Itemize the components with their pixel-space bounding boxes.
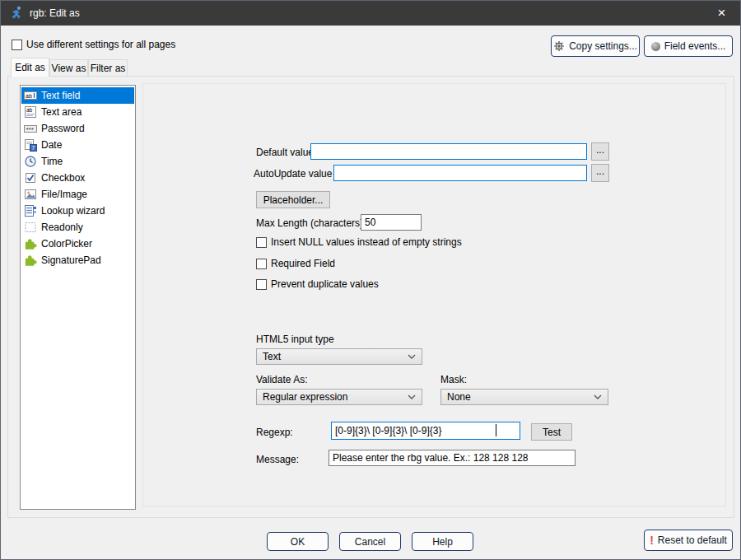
sidebar-item-date[interactable]: 7 Date [21,137,134,153]
prevent-duplicates-label: Prevent duplicate values [271,278,379,290]
insert-null-label: Insert NULL values instead of empty stri… [271,236,462,248]
gear-icon [553,40,565,52]
test-button-label: Test [543,427,561,438]
html5-input-type-select[interactable]: Text [256,348,422,365]
message-label: Message: [256,454,299,465]
cancel-button[interactable]: Cancel [339,532,401,551]
readonly-icon [24,221,37,234]
prevent-duplicates-checkbox[interactable] [256,279,267,290]
placeholder-button-label: Placeholder... [263,194,324,206]
sidebar-item-file-image[interactable]: File/Image [21,186,134,203]
max-length-input[interactable] [361,214,422,231]
field-properties-dialog: rgb: Edit as × Use different settings fo… [0,0,741,560]
ellipsis-icon: ... [596,144,604,156]
help-button-label: Help [432,536,453,548]
sidebar-item-label: Text field [41,90,80,101]
sidebar-item-text-area[interactable]: ab Text area [21,104,134,120]
text-field-icon: ab [24,89,37,102]
tab-filter-as-label: Filter as [91,63,126,74]
use-different-settings-row: Use different settings for all pages [12,39,175,50]
sidebar-item-time[interactable]: Time [21,153,134,170]
sidebar-item-label: Text area [41,106,82,118]
placeholder-button[interactable]: Placeholder... [256,191,330,208]
mask-label: Mask: [440,374,467,385]
puzzle-piece-icon [24,254,37,267]
default-value-browse-button[interactable]: ... [591,142,609,161]
chevron-down-icon [408,354,416,359]
default-value-input[interactable] [310,143,587,160]
text-cursor [496,424,496,436]
sidebar-item-label: Password [41,123,85,134]
field-events-label: Field events... [664,40,726,52]
chevron-down-icon [594,394,602,399]
tab-view-as[interactable]: View as [49,59,88,77]
copy-settings-button[interactable]: Copy settings... [551,35,640,57]
cancel-button-label: Cancel [355,536,385,548]
sidebar-item-password[interactable]: *** Password [21,120,134,137]
title-bar: rgb: Edit as × [1,1,740,26]
regexp-label: Regexp: [256,427,293,438]
password-icon: *** [24,122,37,135]
svg-text:ab: ab [26,107,33,113]
insert-null-checkbox[interactable] [256,237,267,248]
svg-text:***: *** [26,126,34,133]
reset-button-label: Reset to default [658,534,727,546]
ellipsis-icon: ... [596,166,604,177]
test-regexp-button[interactable]: Test [531,423,572,441]
max-length-label: Max Length (characters): [256,217,366,229]
mask-value: None [447,391,471,403]
field-type-listbox[interactable]: ab Text field ab Text area [20,85,136,510]
html5-input-type-label: HTML5 input type [256,334,334,345]
field-events-button[interactable]: Field events... [644,35,733,57]
autoupdate-value-browse-button[interactable]: ... [591,164,609,182]
use-different-settings-checkbox[interactable] [12,40,22,50]
sidebar-item-signaturepad[interactable]: SignaturePad [21,252,134,268]
sidebar-item-text-field[interactable]: ab Text field [21,87,134,104]
regexp-input[interactable] [331,422,520,440]
exclamation-icon: ! [650,534,654,546]
sidebar-item-label: Readonly [41,222,83,233]
sidebar-item-label: Checkbox [41,172,85,184]
svg-text:7: 7 [32,145,35,151]
required-field-checkbox[interactable] [256,259,267,269]
mask-select[interactable]: None [440,389,608,405]
tab-edit-as-label: Edit as [15,62,45,73]
text-area-icon: ab [24,105,37,119]
sidebar-item-label: Lookup wizard [41,205,105,217]
validate-as-label: Validate As: [256,374,307,385]
sidebar-item-label: ColorPicker [41,238,92,250]
clock-icon [24,155,37,168]
sidebar-item-label: File/Image [41,189,87,200]
tab-view-as-label: View as [52,63,86,74]
default-value-label: Default value [256,147,314,158]
sidebar-item-readonly[interactable]: Readonly [21,219,134,236]
html5-input-type-value: Text [263,351,281,362]
sidebar-item-label: Date [41,139,62,151]
chevron-down-icon [408,394,416,399]
sidebar-item-label: Time [41,156,63,167]
app-icon [9,6,24,21]
reset-to-default-button[interactable]: ! Reset to default [644,530,733,551]
insert-null-row: Insert NULL values instead of empty stri… [256,236,462,248]
message-input[interactable] [329,450,576,466]
prevent-duplicates-row: Prevent duplicate values [256,278,379,290]
tab-edit-as[interactable]: Edit as [11,58,49,77]
validate-as-select[interactable]: Regular expression [256,389,422,405]
ok-button-label: OK [291,536,305,548]
help-button[interactable]: Help [412,532,473,551]
window-title: rgb: Edit as [30,7,80,19]
required-field-row: Required Field [256,258,335,269]
sidebar-item-checkbox[interactable]: Checkbox [21,170,134,186]
required-field-label: Required Field [271,258,335,269]
ok-button[interactable]: OK [267,532,329,551]
autoupdate-value-input[interactable] [333,165,587,181]
use-different-settings-label: Use different settings for all pages [26,39,175,50]
tab-filter-as[interactable]: Filter as [88,59,128,77]
event-sphere-icon [651,42,660,51]
puzzle-piece-icon [24,237,37,250]
calendar-icon: 7 [24,138,37,152]
sidebar-item-lookup-wizard[interactable]: Lookup wizard [21,203,134,219]
close-icon[interactable]: × [703,1,740,26]
validate-as-value: Regular expression [263,391,347,403]
sidebar-item-colorpicker[interactable]: ColorPicker [21,236,134,252]
